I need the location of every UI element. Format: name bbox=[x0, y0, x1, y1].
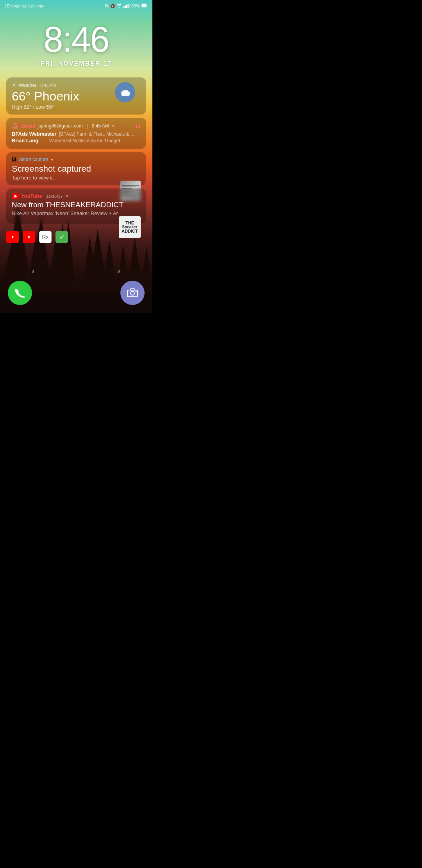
phone-button[interactable] bbox=[8, 281, 32, 305]
notifications-area: ☀ Weather 8:45 AM 66° Phoenix High 82° /… bbox=[0, 71, 152, 224]
date-display: FRI, NOVEMBER 17 bbox=[0, 60, 152, 67]
gmail-app-name: Gmail bbox=[21, 123, 35, 129]
smart-capture-icon: 🖼 bbox=[12, 157, 16, 162]
gmail-message-1: BFAds Webmaster [BFAds] Farm & Fleet, Mi… bbox=[12, 131, 141, 137]
mini-yt-icon-2[interactable] bbox=[23, 231, 35, 243]
right-swipe-handle: ∧ bbox=[117, 268, 121, 274]
gmail-message-2: Brian Lang Wunderlist Notification for '… bbox=[12, 138, 141, 143]
youtube-video-title: New from THESNEAKERADDICT bbox=[12, 201, 141, 210]
weather-app-name: Weather bbox=[19, 82, 36, 88]
svg-rect-27 bbox=[126, 5, 127, 8]
weather-time: 8:45 AM bbox=[40, 83, 56, 88]
emergency-text: | Emergency calls only bbox=[5, 4, 44, 8]
status-bar: | Emergency calls only N 🔇 89% bbox=[0, 0, 152, 10]
youtube-expand-icon[interactable]: ▾ bbox=[66, 194, 68, 198]
svg-point-47 bbox=[131, 291, 134, 295]
mini-check-icon[interactable]: ✓ bbox=[55, 231, 68, 243]
battery-text: 89% bbox=[131, 4, 140, 8]
weather-app-icon: ☀ bbox=[12, 82, 16, 88]
svg-point-49 bbox=[136, 291, 137, 292]
svg-rect-36 bbox=[122, 93, 129, 96]
svg-rect-29 bbox=[129, 4, 130, 8]
weather-bubble-icon bbox=[115, 82, 135, 102]
smart-capture-expand-icon[interactable]: ▾ bbox=[51, 158, 53, 162]
gmail-time: 8:45 AM bbox=[92, 123, 109, 129]
svg-rect-48 bbox=[131, 289, 134, 290]
mini-rx-icon[interactable]: Rx bbox=[39, 231, 52, 243]
battery-icon bbox=[141, 4, 148, 8]
time-display: 8:46 bbox=[0, 22, 152, 57]
youtube-icon bbox=[12, 194, 19, 199]
svg-rect-39 bbox=[18, 123, 19, 129]
signal-icon bbox=[123, 4, 130, 9]
svg-rect-32 bbox=[142, 4, 146, 7]
weather-notification[interactable]: ☀ Weather 8:45 AM 66° Phoenix High 82° /… bbox=[6, 77, 146, 115]
svg-rect-25 bbox=[123, 6, 125, 8]
bottom-dock: ∧ ∧ bbox=[0, 268, 152, 313]
youtube-notification[interactable]: YouTube 11/16/17 ▾ New from THESNEAKERAD… bbox=[6, 188, 146, 224]
gmail-count: 11 bbox=[135, 123, 141, 129]
left-swipe-handle: ∧ bbox=[31, 268, 35, 274]
svg-rect-31 bbox=[147, 5, 148, 6]
youtube-app-name: YouTube bbox=[21, 193, 42, 199]
mini-yt-icon-1[interactable] bbox=[6, 231, 19, 243]
camera-button[interactable] bbox=[120, 281, 145, 305]
svg-rect-28 bbox=[127, 4, 129, 8]
screenshot-subtitle: Tap here to view it. bbox=[12, 175, 141, 181]
clock-area: 8:46 FRI, NOVEMBER 17 bbox=[0, 10, 152, 71]
smart-capture-notification[interactable]: 🖼 Smart capture ▾ Screenshot captured Ta… bbox=[6, 152, 146, 185]
gmail-expand-icon[interactable]: ▾ bbox=[112, 124, 114, 128]
gmail-icon bbox=[12, 122, 19, 129]
svg-rect-38 bbox=[12, 123, 13, 129]
weather-details: High 82° / Low 59° bbox=[12, 104, 141, 110]
mute-icon: 🔇 bbox=[110, 4, 115, 8]
wifi-icon bbox=[116, 4, 122, 9]
gmail-notification[interactable]: Gmail jspring86@gmail.com | 8:45 AM ▾ 11… bbox=[6, 118, 146, 149]
status-icons: N 🔇 89% bbox=[105, 3, 148, 9]
screenshot-title: Screenshot captured bbox=[12, 164, 141, 174]
app-icons-row: Rx ✓ bbox=[0, 227, 152, 247]
youtube-date: 11/16/17 bbox=[46, 194, 63, 199]
youtube-video-subtitle: Nike Air Vapormax 'Neon' Sneaker Review … bbox=[12, 210, 141, 216]
gmail-email: jspring86@gmail.com bbox=[38, 123, 83, 129]
nfc-icon: N bbox=[105, 3, 109, 9]
svg-rect-26 bbox=[125, 5, 126, 8]
smart-capture-app-name: Smart capture bbox=[19, 157, 48, 162]
